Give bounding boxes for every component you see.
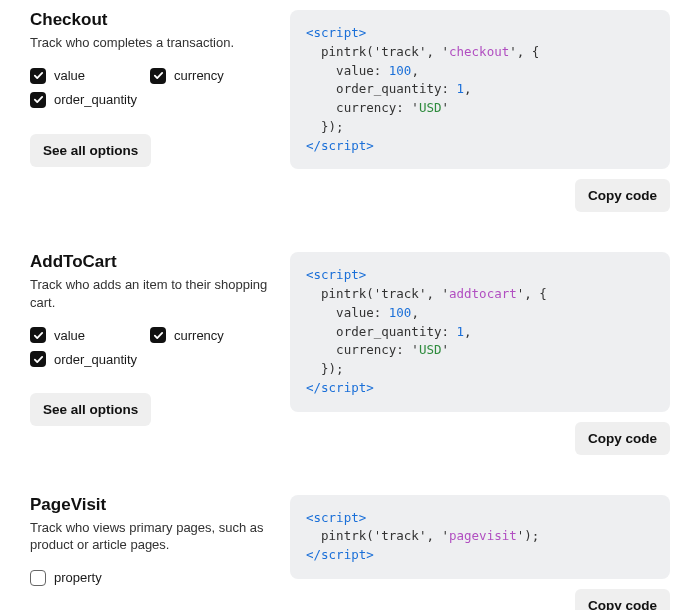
options-grid: valuecurrencyorder_quantity bbox=[30, 327, 270, 375]
event-description: Track who views primary pages, such as p… bbox=[30, 519, 270, 554]
see-all-options-button[interactable]: See all options bbox=[30, 393, 151, 426]
event-right-column: <script> pintrk('track', 'pagevisit'); <… bbox=[290, 495, 670, 611]
code-token: USD bbox=[419, 100, 442, 115]
option-item[interactable]: value bbox=[30, 327, 150, 343]
code-token: pagevisit bbox=[449, 528, 517, 543]
copy-code-button[interactable]: Copy code bbox=[575, 422, 670, 455]
copy-row: Copy code bbox=[290, 179, 670, 212]
option-label: currency bbox=[174, 328, 224, 343]
event-left-column: CheckoutTrack who completes a transactio… bbox=[30, 10, 270, 212]
copy-row: Copy code bbox=[290, 589, 670, 610]
code-open-tag: <script> bbox=[306, 510, 366, 525]
event-right-column: <script> pintrk('track', 'checkout', { v… bbox=[290, 10, 670, 212]
checkbox-checked-icon[interactable] bbox=[30, 68, 46, 84]
copy-code-button[interactable]: Copy code bbox=[575, 179, 670, 212]
code-token: 1 bbox=[457, 324, 465, 339]
event-left-column: PageVisitTrack who views primary pages, … bbox=[30, 495, 270, 611]
option-label: property bbox=[54, 570, 102, 585]
code-token: addtocart bbox=[449, 286, 517, 301]
option-label: value bbox=[54, 328, 85, 343]
option-item[interactable]: order_quantity bbox=[30, 92, 150, 108]
code-snippet: <script> pintrk('track', 'checkout', { v… bbox=[290, 10, 670, 169]
code-token: USD bbox=[419, 342, 442, 357]
checkbox-checked-icon[interactable] bbox=[30, 351, 46, 367]
option-item[interactable]: currency bbox=[150, 68, 270, 84]
option-label: currency bbox=[174, 68, 224, 83]
event-left-column: AddToCartTrack who adds an item to their… bbox=[30, 252, 270, 454]
event-description: Track who completes a transaction. bbox=[30, 34, 270, 52]
option-label: value bbox=[54, 68, 85, 83]
options-grid: valuecurrencyorder_quantity bbox=[30, 68, 270, 116]
copy-code-button[interactable]: Copy code bbox=[575, 589, 670, 610]
event-title: AddToCart bbox=[30, 252, 270, 272]
see-all-options-button[interactable]: See all options bbox=[30, 134, 151, 167]
checkbox-unchecked-icon[interactable] bbox=[30, 570, 46, 586]
options-grid: property bbox=[30, 570, 270, 594]
checkbox-checked-icon[interactable] bbox=[30, 92, 46, 108]
checkbox-checked-icon[interactable] bbox=[150, 327, 166, 343]
option-item[interactable]: order_quantity bbox=[30, 351, 150, 367]
event-block: PageVisitTrack who views primary pages, … bbox=[30, 495, 670, 611]
option-item[interactable]: property bbox=[30, 570, 150, 586]
event-description: Track who adds an item to their shopping… bbox=[30, 276, 270, 311]
code-open-tag: <script> bbox=[306, 267, 366, 282]
event-block: CheckoutTrack who completes a transactio… bbox=[30, 10, 670, 212]
code-open-tag: <script> bbox=[306, 25, 366, 40]
code-token: 100 bbox=[389, 305, 412, 320]
code-token: 100 bbox=[389, 63, 412, 78]
code-snippet: <script> pintrk('track', 'addtocart', { … bbox=[290, 252, 670, 411]
option-label: order_quantity bbox=[54, 92, 137, 107]
checkbox-checked-icon[interactable] bbox=[30, 327, 46, 343]
code-close-tag: </script> bbox=[306, 380, 374, 395]
code-close-tag: </script> bbox=[306, 547, 374, 562]
copy-row: Copy code bbox=[290, 422, 670, 455]
code-token: checkout bbox=[449, 44, 509, 59]
option-item[interactable]: value bbox=[30, 68, 150, 84]
option-label: order_quantity bbox=[54, 352, 137, 367]
code-close-tag: </script> bbox=[306, 138, 374, 153]
event-block: AddToCartTrack who adds an item to their… bbox=[30, 252, 670, 454]
checkbox-checked-icon[interactable] bbox=[150, 68, 166, 84]
code-snippet: <script> pintrk('track', 'pagevisit'); <… bbox=[290, 495, 670, 579]
code-token: 1 bbox=[457, 81, 465, 96]
event-title: PageVisit bbox=[30, 495, 270, 515]
option-item[interactable]: currency bbox=[150, 327, 270, 343]
event-right-column: <script> pintrk('track', 'addtocart', { … bbox=[290, 252, 670, 454]
event-title: Checkout bbox=[30, 10, 270, 30]
